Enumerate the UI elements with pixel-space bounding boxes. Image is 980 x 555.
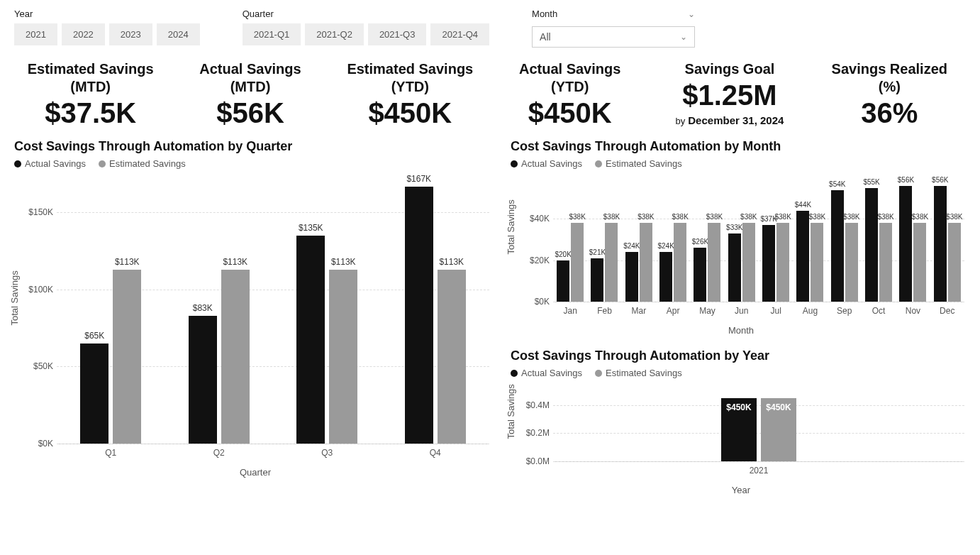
plot-year[interactable]: Total Savings$0.0M$0.2M$0.4M$450K$450K20…	[511, 384, 971, 483]
bar-estimated-savings[interactable]: $38K	[776, 223, 789, 302]
bar-actual-savings[interactable]: $37K	[762, 225, 775, 302]
plot-month[interactable]: Total Savings$0K$20K$40K$20K$38KJan$21K$…	[511, 175, 971, 324]
legend-dot-estimated	[99, 160, 106, 167]
chevron-down-icon[interactable]: ⌄	[688, 9, 695, 19]
bar-actual-savings[interactable]: $24K	[659, 252, 672, 302]
month-filter: Month ⌄ All ⌄	[532, 9, 695, 48]
kpi-card: Actual Savings(YTD)$450K	[494, 60, 646, 129]
bar-estimated-savings[interactable]: $38K	[571, 223, 584, 302]
bar-actual-savings[interactable]: $135K	[296, 236, 325, 444]
chart-year: Cost Savings Through Automation by Year …	[511, 348, 971, 495]
legend-dot-actual	[511, 370, 518, 377]
kpi-row: Estimated Savings(MTD)$37.5KActual Savin…	[14, 60, 966, 129]
quarter-filter-label: Quarter	[243, 9, 489, 19]
bar-estimated-savings[interactable]: $113K	[221, 270, 250, 444]
bar-estimated-savings[interactable]: $38K	[742, 223, 755, 302]
year-filter-label: Year	[14, 9, 200, 19]
quarter-slicer-2021-Q2[interactable]: 2021-Q2	[305, 23, 364, 45]
bar-estimated-savings[interactable]: $38K	[674, 223, 686, 302]
bar-actual-savings[interactable]: $55K	[865, 188, 878, 302]
bar-estimated-savings[interactable]: $38K	[605, 223, 618, 302]
quarter-slicer-2021-Q4[interactable]: 2021-Q4	[430, 23, 489, 45]
month-filter-label: Month	[532, 9, 557, 19]
kpi-subtitle: byDecember 31, 2024	[653, 114, 806, 126]
kpi-card: Actual Savings(MTD)$56K	[174, 60, 326, 129]
month-selected-value: All	[540, 31, 551, 43]
chart-legend: Actual Savings Estimated Savings	[511, 368, 971, 378]
quarter-slicer-2021-Q3[interactable]: 2021-Q3	[368, 23, 427, 45]
kpi-title: Estimated Savings(YTD)	[334, 60, 486, 96]
bar-actual-savings[interactable]: $54K	[831, 190, 844, 302]
kpi-value: $450K	[334, 97, 486, 129]
chevron-down-icon: ⌄	[680, 32, 687, 42]
kpi-value: $1.25M	[653, 79, 806, 111]
month-dropdown[interactable]: All ⌄	[532, 26, 695, 48]
kpi-value: 36%	[813, 97, 966, 129]
bar-actual-savings[interactable]: $33K	[728, 233, 741, 302]
chart-title: Cost Savings Through Automation by Month	[511, 139, 971, 154]
bar-estimated-savings[interactable]: $113K	[329, 270, 357, 444]
bar-estimated-savings[interactable]: $113K	[113, 270, 141, 444]
year-slicer-2023[interactable]: 2023	[109, 23, 152, 45]
kpi-title: Savings Realized(%)	[813, 60, 966, 96]
bar-estimated-savings[interactable]: $450K	[761, 398, 796, 461]
kpi-value: $37.5K	[14, 97, 167, 129]
kpi-title: Actual Savings(MTD)	[174, 60, 326, 96]
bar-actual-savings[interactable]: $21K	[591, 258, 603, 302]
chart-title: Cost Savings Through Automation by Quart…	[14, 139, 496, 154]
kpi-title: Actual Savings(YTD)	[494, 60, 646, 96]
bar-estimated-savings[interactable]: $38K	[913, 223, 926, 302]
bar-estimated-savings[interactable]: $38K	[708, 223, 720, 302]
kpi-title: Estimated Savings(MTD)	[14, 60, 167, 96]
year-slicer-2022[interactable]: 2022	[62, 23, 105, 45]
bar-estimated-savings[interactable]: $38K	[845, 223, 858, 302]
bar-actual-savings[interactable]: $26K	[694, 248, 706, 302]
bar-actual-savings[interactable]: $56K	[899, 186, 912, 302]
bar-estimated-savings[interactable]: $38K	[640, 223, 652, 302]
chart-month: Cost Savings Through Automation by Month…	[511, 139, 971, 336]
plot-quarter[interactable]: Total Savings$0K$50K$100K$150K$65K$113KQ…	[14, 175, 496, 466]
kpi-card: Savings Realized(%)36%	[813, 60, 966, 129]
chart-legend: Actual Savings Estimated Savings	[14, 158, 496, 169]
filter-bar: Year 2021202220232024 Quarter 2021-Q1202…	[14, 9, 966, 48]
bar-actual-savings[interactable]: $167K	[405, 187, 433, 444]
bar-actual-savings[interactable]: $83K	[189, 316, 217, 444]
bar-actual-savings[interactable]: $65K	[80, 344, 108, 444]
quarter-slicer-2021-Q1[interactable]: 2021-Q1	[243, 23, 301, 45]
bar-estimated-savings[interactable]: $38K	[879, 223, 892, 302]
year-slicer-2024[interactable]: 2024	[157, 23, 200, 45]
legend-dot-actual	[14, 160, 21, 167]
bar-actual-savings[interactable]: $450K	[721, 398, 757, 461]
kpi-value: $450K	[494, 97, 646, 129]
bar-actual-savings[interactable]: $56K	[934, 186, 947, 302]
kpi-card: Estimated Savings(YTD)$450K	[334, 60, 486, 129]
kpi-value: $56K	[174, 97, 326, 129]
year-slicer-2021[interactable]: 2021	[14, 23, 57, 45]
kpi-card: Savings Goal$1.25MbyDecember 31, 2024	[653, 60, 806, 129]
kpi-card: Estimated Savings(MTD)$37.5K	[14, 60, 167, 129]
year-filter: Year 2021202220232024	[14, 9, 200, 48]
bar-estimated-savings[interactable]: $38K	[948, 223, 961, 302]
chart-title: Cost Savings Through Automation by Year	[511, 348, 971, 363]
legend-dot-actual	[511, 160, 518, 167]
kpi-title: Savings Goal	[653, 60, 806, 78]
chart-legend: Actual Savings Estimated Savings	[511, 158, 971, 169]
bar-actual-savings[interactable]: $44K	[796, 211, 809, 302]
quarter-filter: Quarter 2021-Q12021-Q22021-Q32021-Q4	[243, 9, 489, 48]
bar-actual-savings[interactable]: $20K	[557, 260, 569, 302]
legend-dot-estimated	[595, 160, 602, 167]
bar-estimated-savings[interactable]: $38K	[811, 223, 823, 302]
bar-actual-savings[interactable]: $24K	[625, 252, 638, 302]
legend-dot-estimated	[595, 370, 602, 377]
bar-estimated-savings[interactable]: $113K	[438, 270, 466, 444]
chart-quarter: Cost Savings Through Automation by Quart…	[14, 139, 496, 495]
